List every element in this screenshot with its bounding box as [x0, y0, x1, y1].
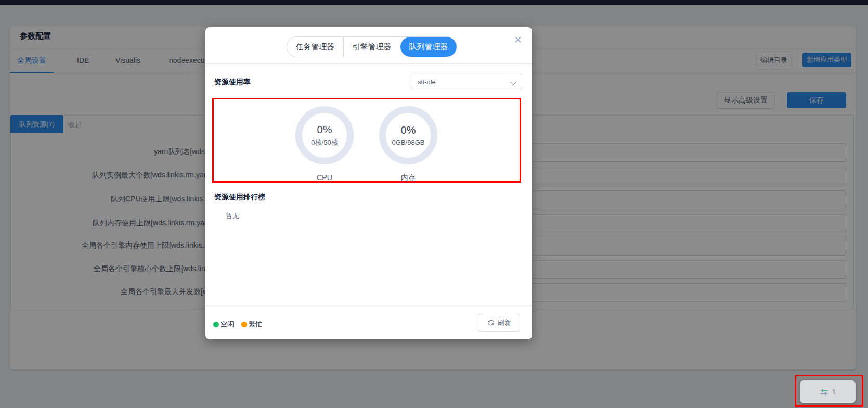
modal-header-divider — [205, 63, 532, 64]
ranking-empty-text: 暂无 — [226, 211, 239, 221]
resource-manager-modal: 任务管理器 引擎管理器 队列管理器 ✕ 资源使用率 sit-ide 0% 0核/… — [205, 27, 532, 339]
task-counter-widget[interactable]: 1 — [800, 380, 856, 403]
status-legend: 空闲 繁忙 — [213, 320, 262, 329]
memory-gauge: 0% 0GB/98GB — [379, 106, 437, 164]
busy-status-dot — [241, 322, 247, 327]
tab-task-manager[interactable]: 任务管理器 — [287, 37, 344, 57]
idle-legend-label: 空闲 — [221, 320, 234, 329]
modal-footer-divider — [205, 305, 532, 306]
cpu-gauge: 0% 0核/50核 — [295, 106, 354, 164]
cpu-gauge-detail: 0核/50核 — [311, 138, 338, 147]
usage-section-title: 资源使用率 — [214, 78, 251, 87]
memory-gauge-percent: 0% — [401, 124, 416, 136]
refresh-icon — [487, 319, 495, 326]
tab-queue-manager[interactable]: 队列管理器 — [400, 37, 457, 57]
busy-legend-label: 繁忙 — [249, 320, 262, 329]
close-icon[interactable]: ✕ — [512, 33, 524, 46]
tab-engine-manager[interactable]: 引擎管理器 — [344, 37, 400, 57]
queue-selector[interactable]: sit-ide — [411, 74, 522, 90]
gauge-annotation-box — [212, 98, 521, 183]
swap-arrows-icon — [820, 389, 828, 396]
task-counter-value: 1 — [832, 388, 836, 396]
memory-gauge-label: 内存 — [379, 173, 437, 183]
idle-status-dot — [213, 322, 219, 327]
refresh-button[interactable]: 刷新 — [478, 314, 520, 332]
cpu-gauge-percent: 0% — [317, 124, 332, 136]
refresh-button-label: 刷新 — [498, 318, 511, 327]
queue-selector-value: sit-ide — [418, 78, 436, 86]
chevron-down-icon — [510, 79, 516, 85]
ranking-section-title: 资源使用排行榜 — [214, 193, 265, 202]
manager-tab-group: 任务管理器 引擎管理器 队列管理器 — [287, 36, 457, 57]
memory-gauge-detail: 0GB/98GB — [392, 138, 425, 146]
cpu-gauge-label: CPU — [295, 173, 354, 182]
